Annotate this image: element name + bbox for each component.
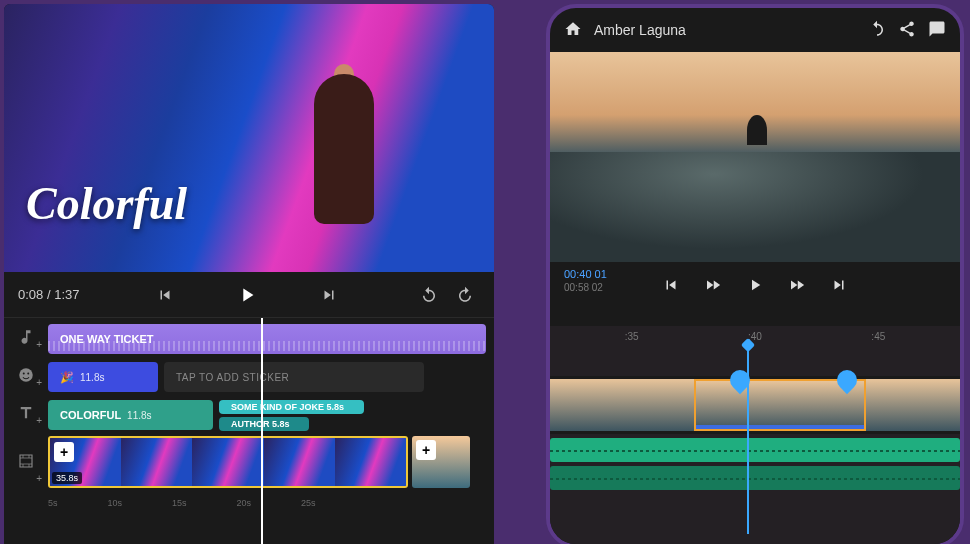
prev-button[interactable] — [150, 280, 180, 310]
video-track — [550, 376, 960, 434]
add-sticker-button[interactable]: + — [4, 356, 48, 394]
home-button[interactable] — [564, 20, 582, 41]
video-clip-duration: 35.8s — [52, 472, 82, 484]
audio-track-2[interactable] — [550, 466, 960, 490]
insert-before-icon[interactable]: + — [54, 442, 74, 462]
timeline: + + + + ONE WAY TICKET 🎉 11.8s TAP TO AD… — [4, 318, 494, 544]
timeline[interactable]: :35 :40 :45 — [550, 326, 960, 544]
add-music-button[interactable]: + — [4, 318, 48, 356]
overlay-title-text: Colorful — [26, 177, 187, 230]
tracks-area[interactable]: ONE WAY TICKET 🎉 11.8s TAP TO ADD STICKE… — [48, 318, 494, 544]
time-ruler: 5s 10s 15s 20s 25s — [48, 494, 494, 508]
comments-button[interactable] — [928, 20, 946, 41]
next-button[interactable] — [314, 280, 344, 310]
svg-point-1 — [23, 373, 25, 375]
playhead[interactable] — [261, 318, 263, 544]
video-clip-selected[interactable]: + 35.8s — [48, 436, 408, 488]
play-button[interactable] — [232, 280, 262, 310]
svg-point-2 — [27, 373, 29, 375]
video-track: + 35.8s + — [48, 436, 494, 494]
frame-forward-button[interactable] — [788, 276, 806, 298]
music-clip-title: ONE WAY TICKET — [60, 333, 154, 345]
playhead[interactable] — [747, 346, 749, 534]
editor-app-one: Colorful 0:08 / 1:37 + + + + ONE WAY TIC… — [4, 4, 494, 544]
undo-button[interactable] — [414, 280, 444, 310]
playback-time: 0:08 / 1:37 — [18, 287, 79, 302]
video-preview[interactable] — [550, 52, 960, 262]
video-preview[interactable]: Colorful — [4, 4, 494, 272]
top-bar: Amber Laguna — [550, 8, 960, 52]
redo-button[interactable] — [450, 280, 480, 310]
text-clip-main[interactable]: COLORFUL11.8s — [48, 400, 213, 430]
video-clip[interactable] — [866, 379, 960, 431]
video-clip-2[interactable]: + — [412, 436, 470, 488]
audio-track-1[interactable] — [550, 438, 960, 462]
panel-gap — [494, 0, 546, 544]
play-button[interactable] — [746, 276, 764, 298]
video-clip[interactable] — [550, 379, 694, 431]
add-video-button[interactable]: + — [4, 432, 48, 490]
skip-back-button[interactable] — [662, 276, 680, 298]
insert-before-icon[interactable]: + — [416, 440, 436, 460]
time-ruler: :35 :40 :45 — [550, 326, 960, 346]
svg-point-0 — [19, 368, 33, 382]
music-clip[interactable]: ONE WAY TICKET — [48, 324, 486, 354]
sticker-duration: 11.8s — [80, 372, 104, 383]
text-clip-sub1[interactable]: SOME KIND OF JOKE 5.8s — [219, 400, 364, 414]
project-name[interactable]: Amber Laguna — [594, 22, 856, 38]
share-button[interactable] — [898, 20, 916, 41]
frame-back-button[interactable] — [704, 276, 722, 298]
add-text-button[interactable]: + — [4, 394, 48, 432]
add-sticker-placeholder[interactable]: TAP TO ADD STICKER — [164, 362, 424, 392]
track-type-column: + + + + — [4, 318, 48, 544]
skip-forward-button[interactable] — [830, 276, 848, 298]
undo-button[interactable] — [868, 20, 886, 41]
text-clip-sub2[interactable]: AUTHOR 5.8s — [219, 417, 309, 431]
editor-app-two: Amber Laguna 00:40 01 00:58 02 :35 :40 :… — [546, 4, 964, 544]
playback-controls: 00:40 01 00:58 02 — [550, 262, 960, 326]
playback-controls: 0:08 / 1:37 — [4, 272, 494, 318]
sticker-clip[interactable]: 🎉 11.8s — [48, 362, 158, 392]
